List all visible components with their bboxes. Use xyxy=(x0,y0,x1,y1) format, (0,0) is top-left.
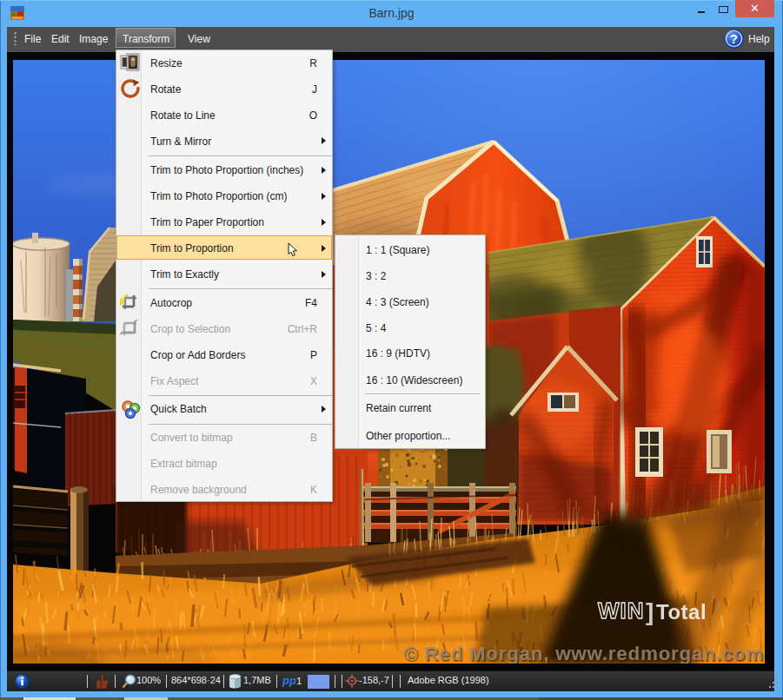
svg-text:© Red Morgan, www.redmorgan.co: © Red Morgan, www.redmorgan.com xyxy=(403,643,764,664)
svg-text:WIN: WIN xyxy=(598,598,645,624)
svg-text:]: ] xyxy=(646,598,654,625)
svg-text:Total: Total xyxy=(656,600,707,624)
svg-text:?: ? xyxy=(730,32,738,46)
